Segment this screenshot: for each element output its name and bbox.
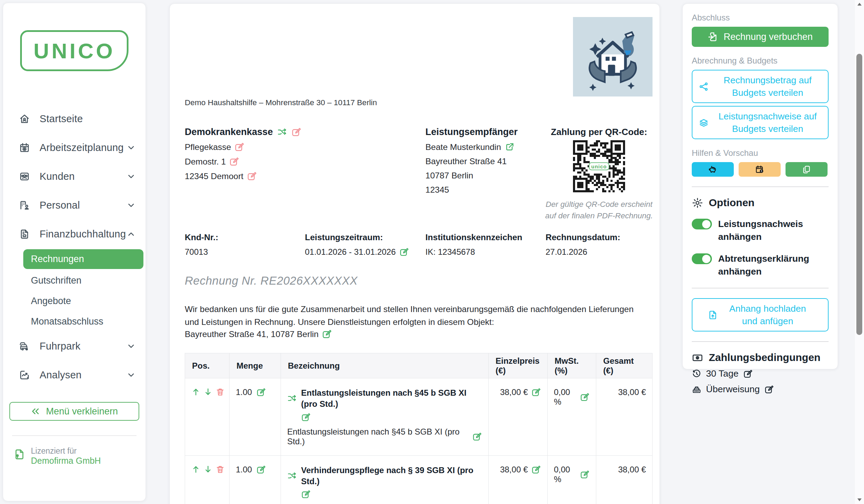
chevron-down-icon [126,172,136,181]
edit-subtitle-icon[interactable] [472,432,482,442]
budget-preview-button[interactable] [692,162,734,177]
leistungsnachweise-budgets-button[interactable]: Leistungsnachweise auf Budgets verteilen [692,106,829,139]
line-total: 38,00 € [596,455,653,504]
schedule-preview-button[interactable] [739,162,781,177]
edit-period-icon[interactable] [399,247,409,257]
abschluss-label: Abschluss [692,13,829,23]
upload-document-icon [708,310,718,320]
payer-line: 12345 Demoort [185,171,243,181]
edit-payer-icon[interactable] [291,127,301,137]
car-icon [19,341,30,352]
move-down-icon[interactable] [203,465,213,474]
edit-icon[interactable] [247,171,257,181]
panel-divider [692,186,829,187]
upload-attachment-button[interactable]: Anhang hochladen und anfügen [692,298,829,331]
clock-icon [692,369,701,379]
move-up-icon[interactable] [191,465,200,474]
sidebar: UNICO Startseite Arbeitszeitplanung Kund… [3,3,146,501]
sidebar-item-fuhrpark[interactable]: Fuhrpark [3,332,146,361]
toggle-on-switch[interactable] [692,219,712,229]
external-link-icon[interactable] [505,142,515,152]
copy-preview-button[interactable] [786,162,828,177]
edit-quantity-icon[interactable] [256,387,266,397]
col-menge: Menge [230,353,281,378]
banknote-icon [692,352,703,363]
meta-leistungszeitraum: Leistungszeitraum: 01.01.2026 - 31.01.20… [305,233,425,257]
unico-logo: UNICO [20,30,128,71]
sidebar-item-personal[interactable]: Personal [3,191,146,220]
edit-icon[interactable] [229,157,239,167]
move-down-icon[interactable] [203,387,213,396]
license-document-icon [14,448,25,460]
qr-payment-block: Zahlung per QR-Code: unico Der gültige Q… [543,127,655,221]
quantity: 1.00 [236,387,252,397]
table-row: 1.00 Entlastungsleistungen nach §45 b SG… [185,378,653,456]
edit-title-icon[interactable] [301,489,311,499]
sidebar-item-kunden[interactable]: Kunden [3,162,146,191]
company-logo-image [573,17,653,96]
page-scrollbar[interactable] [854,0,864,504]
shuffle-icon[interactable] [287,394,297,403]
rechnung-verbuchen-button[interactable]: Rechnung verbuchen [692,27,829,47]
toggle-leistungsnachweis[interactable]: Leistungsnachweis anhängen [692,218,829,243]
move-up-icon[interactable] [191,387,200,396]
item-title: Verhinderungspflege nach § 39 SGB XI (pr… [301,465,482,487]
sidebar-subitem-angebote[interactable]: Angebote [23,291,146,311]
scrollbar-thumb[interactable] [856,54,862,335]
sidebar-subitem-monatsabschluss[interactable]: Monatsabschluss [23,311,146,332]
meta-knd-nr: Knd-Nr.: 70013 [185,233,305,257]
recipient-line: 12345 [425,185,449,195]
scroll-up-arrow[interactable] [857,3,862,6]
panel-divider [692,341,829,342]
recipient-name: Beate Musterkundin [425,142,501,152]
staff-icon [19,200,30,211]
payment-method: Überweisung [692,384,829,395]
shuffle-icon[interactable] [277,127,287,137]
edit-vat-icon[interactable] [580,470,590,479]
sidebar-subitem-gutschriften[interactable]: Gutschriften [23,270,146,291]
edit-object-icon[interactable] [322,329,332,339]
sidebar-item-startseite[interactable]: Startseite [3,104,146,133]
post-invoice-icon [708,32,718,42]
layers-icon [699,118,709,128]
toggle-abtretungserklaerung[interactable]: Abtretungserklärung anhängen [692,252,829,278]
piggy-bank-icon [708,165,717,174]
sidebar-item-arbeitszeitplanung[interactable]: Arbeitszeitplanung [3,133,146,162]
preview-button-row [692,162,829,177]
quantity: 1.00 [236,465,252,474]
sidebar-nav: Startseite Arbeitszeitplanung Kunden Per… [3,104,146,389]
panel-divider [692,288,829,288]
trash-icon[interactable] [216,465,225,474]
scroll-down-arrow[interactable] [857,498,862,501]
edit-quantity-icon[interactable] [256,465,266,474]
edit-term-icon[interactable] [743,369,753,379]
edit-title-icon[interactable] [301,412,311,422]
edit-price-icon[interactable] [531,465,541,474]
table-row: 1.00 Verhinderungspflege nach § 39 SGB X… [185,455,653,504]
recipient-block: Leistungsempfänger Beate Musterkundin Ba… [425,127,543,221]
analytics-chart-icon [19,370,30,380]
rechnungsbetrag-budgets-button[interactable]: Rechnungsbetrag auf Budgets verteilen [692,70,829,103]
sidebar-item-analysen[interactable]: Analysen [3,361,146,389]
col-pos: Pos. [185,353,230,378]
edit-method-icon[interactable] [764,385,774,394]
edit-vat-icon[interactable] [580,392,590,402]
gear-icon [692,197,703,209]
toggle-on-switch[interactable] [692,253,712,264]
qr-heading: Zahlung per QR-Code: [551,127,647,137]
hilfen-vorschau-label: Hilfen & Vorschau [692,148,829,158]
sidebar-divider [12,435,136,436]
address-section: Demokrankenkasse Pflegekasse Demostr. 1 … [185,127,651,221]
double-chevron-left-icon [31,406,40,416]
payer-block: Demokrankenkasse Pflegekasse Demostr. 1 … [185,127,425,221]
trash-icon[interactable] [216,387,225,396]
intro-paragraph: Wir bedanken uns für die gute Zusammenar… [185,303,636,328]
shuffle-icon[interactable] [287,471,297,481]
sidebar-subitem-rechnungen-active[interactable]: Rechnungen [23,249,143,269]
sidebar-item-finanzbuchhaltung[interactable]: Finanzbuchhaltung [3,220,146,249]
payer-name: Demokrankenkasse [185,127,273,137]
finance-submenu: Rechnungen Gutschriften Angebote Monatsa… [3,249,146,332]
edit-price-icon[interactable] [531,387,541,397]
collapse-menu-button[interactable]: Menü verkleinern [9,402,139,421]
edit-icon[interactable] [234,142,244,152]
